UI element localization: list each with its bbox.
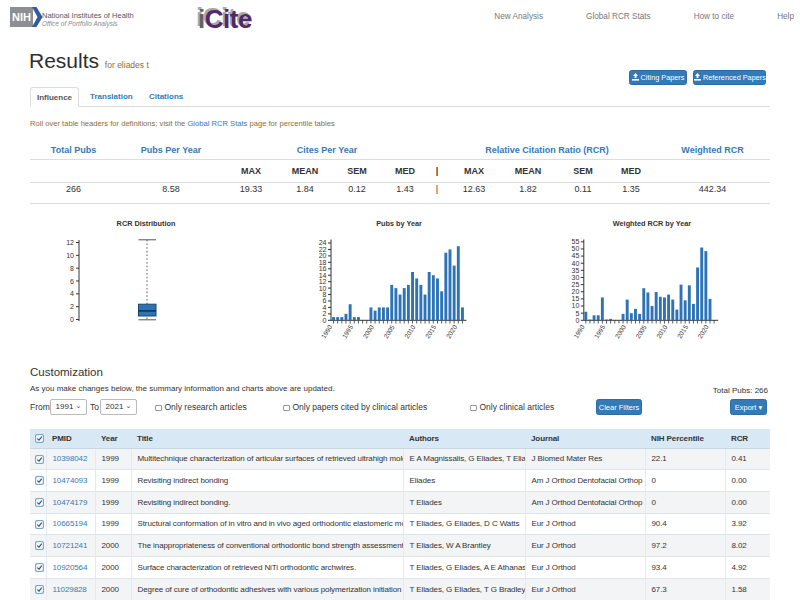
svg-text:25: 25 bbox=[572, 281, 580, 288]
svg-text:2010: 2010 bbox=[403, 323, 417, 339]
svg-text:50: 50 bbox=[572, 245, 580, 252]
svg-text:Pubs by Year: Pubs by Year bbox=[376, 219, 422, 228]
svg-text:35: 35 bbox=[572, 267, 580, 274]
svg-text:5: 5 bbox=[575, 310, 579, 317]
svg-text:14: 14 bbox=[319, 272, 327, 279]
svg-text:2015: 2015 bbox=[424, 323, 438, 339]
svg-text:2015: 2015 bbox=[676, 323, 690, 339]
svg-text:10: 10 bbox=[572, 302, 580, 309]
svg-text:2020: 2020 bbox=[445, 323, 459, 339]
svg-text:Weighted RCR by Year: Weighted RCR by Year bbox=[613, 219, 692, 228]
svg-text:8: 8 bbox=[70, 265, 74, 272]
svg-text:0: 0 bbox=[323, 317, 327, 324]
svg-text:16: 16 bbox=[319, 265, 327, 272]
svg-text:2000: 2000 bbox=[361, 323, 375, 339]
svg-text:45: 45 bbox=[572, 252, 580, 259]
svg-text:15: 15 bbox=[572, 295, 580, 302]
svg-text:24: 24 bbox=[319, 239, 327, 246]
svg-text:2005: 2005 bbox=[634, 323, 648, 339]
svg-text:2005: 2005 bbox=[382, 323, 396, 339]
svg-text:4: 4 bbox=[70, 290, 74, 297]
svg-text:1990: 1990 bbox=[320, 323, 334, 339]
svg-text:10: 10 bbox=[66, 252, 74, 259]
svg-text:20: 20 bbox=[319, 252, 327, 259]
svg-text:0: 0 bbox=[575, 317, 579, 324]
svg-text:8: 8 bbox=[323, 291, 327, 298]
svg-text:22: 22 bbox=[319, 246, 327, 253]
svg-text:30: 30 bbox=[572, 274, 580, 281]
svg-text:1990: 1990 bbox=[572, 323, 586, 339]
svg-text:2: 2 bbox=[323, 310, 327, 317]
svg-text:12: 12 bbox=[319, 278, 327, 285]
svg-text:1995: 1995 bbox=[341, 323, 355, 339]
svg-text:18: 18 bbox=[319, 259, 327, 266]
svg-text:2000: 2000 bbox=[613, 323, 627, 339]
svg-text:6: 6 bbox=[323, 297, 327, 304]
svg-text:20: 20 bbox=[572, 288, 580, 295]
svg-text:10: 10 bbox=[319, 285, 327, 292]
svg-text:2: 2 bbox=[70, 303, 74, 310]
svg-text:55: 55 bbox=[572, 238, 580, 245]
svg-text:6: 6 bbox=[70, 278, 74, 285]
svg-text:RCR Distribution: RCR Distribution bbox=[117, 219, 176, 228]
svg-text:1995: 1995 bbox=[593, 323, 607, 339]
svg-text:2020: 2020 bbox=[696, 323, 710, 339]
svg-text:12: 12 bbox=[66, 239, 74, 246]
svg-text:2010: 2010 bbox=[655, 323, 669, 339]
svg-text:40: 40 bbox=[572, 260, 580, 267]
svg-text:4: 4 bbox=[323, 304, 327, 311]
svg-text:0: 0 bbox=[70, 316, 74, 323]
